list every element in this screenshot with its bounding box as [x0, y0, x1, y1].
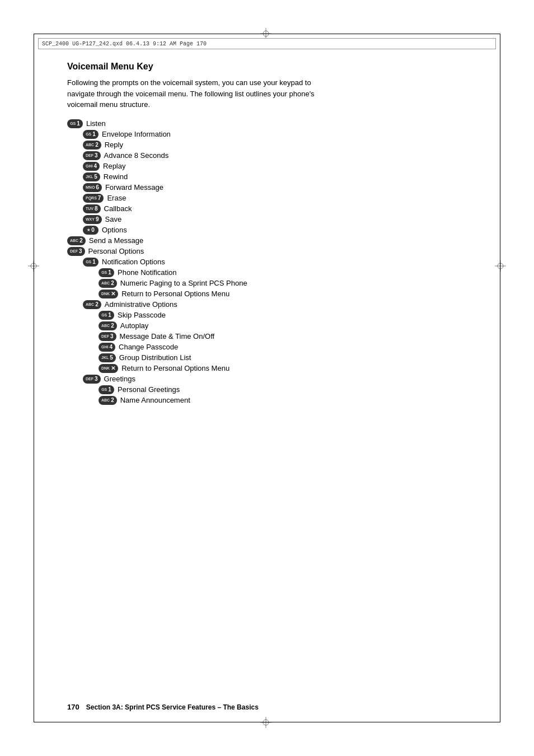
menu-item-label: Reply	[105, 141, 123, 149]
key-badge: GS1	[67, 119, 83, 128]
menu-item: DEF3Message Date & Time On/Off	[99, 332, 467, 341]
menu-item-label: Personal Greetings	[118, 385, 180, 394]
menu-item: DEF3Personal Options	[67, 247, 467, 256]
key-badge: GHI4	[83, 162, 100, 171]
menu-item: ABC2Send a Message	[67, 236, 467, 245]
menu-item-label: Advance 8 Seconds	[104, 151, 169, 160]
header-bar: SCP_2400 UG-P127_242.qxd 06.4.13 9:12 AM…	[38, 38, 496, 49]
menu-item-label: Autoplay	[120, 321, 149, 330]
menu-item-label: Greetings	[104, 375, 135, 383]
key-badge: ABC2	[99, 321, 117, 330]
footer-page: 170	[67, 703, 79, 711]
reg-mark-right	[495, 255, 506, 277]
menu-item: GHI4Replay	[83, 162, 467, 171]
menu-item-label: Rewind	[104, 172, 128, 181]
menu-item: PQRS7Erase	[83, 194, 467, 203]
key-badge: TUV8	[83, 204, 101, 213]
menu-item: ★0Options	[83, 226, 467, 235]
menu-item-label: Forward Message	[105, 183, 163, 192]
footer-section: Section 3A: Sprint PCS Service Features …	[86, 703, 259, 711]
key-badge: ★0	[83, 226, 99, 235]
menu-item: WXY9Save	[83, 215, 467, 224]
menu-item: DEF3Greetings	[83, 375, 467, 384]
menu-item: JKL5Group Distribution List	[99, 353, 467, 362]
menu-item: GS1Notification Options	[83, 258, 467, 267]
reg-mark-bottom	[255, 717, 277, 728]
menu-item-label: Personal Options	[88, 247, 144, 255]
menu-item-label: Numeric Paging to a Sprint PCS Phone	[120, 279, 247, 287]
page-border-left	[34, 34, 34, 722]
menu-item-label: Return to Personal Options Menu	[121, 290, 229, 298]
main-content: Voicemail Menu Key Following the prompts…	[67, 62, 467, 407]
key-badge: WXY9	[83, 215, 102, 224]
key-badge: MNO6	[83, 183, 102, 192]
key-badge: GS1	[99, 385, 114, 394]
menu-item: GS1Personal Greetings	[99, 385, 467, 394]
menu-item-label: Message Date & Time On/Off	[120, 332, 215, 340]
key-badge: GHI4	[99, 343, 115, 352]
menu-item-label: Options	[102, 226, 127, 234]
menu-item: ABC2Autoplay	[99, 321, 467, 330]
key-badge: ABC2	[67, 236, 86, 245]
key-badge: ABC2	[99, 396, 117, 405]
key-badge: JKL5	[99, 353, 116, 362]
key-badge: GS1	[99, 311, 114, 320]
menu-item: ABC2Name Announcement	[99, 396, 467, 405]
menu-item: DNK✕Return to Personal Options Menu	[99, 364, 467, 373]
menu-item: TUV8Callback	[83, 204, 467, 213]
menu-item: DEF3Advance 8 Seconds	[83, 151, 467, 160]
menu-item-label: Return to Personal Options Menu	[121, 364, 229, 372]
menu-item-label: Skip Passcode	[118, 311, 166, 319]
key-badge: DNK✕	[99, 364, 118, 373]
menu-item: GS1Phone Notification	[99, 268, 467, 277]
menu-item-label: Phone Notification	[118, 268, 177, 277]
menu-item-label: Name Announcement	[120, 396, 190, 404]
menu-item-label: Callback	[104, 204, 132, 213]
menu-item-label: Save	[105, 215, 122, 223]
menu-item-label: Group Distribution List	[119, 353, 191, 362]
menu-item: JKL5Rewind	[83, 172, 467, 181]
menu-item: GS1Envelope Information	[83, 130, 467, 139]
reg-mark-left	[28, 255, 39, 277]
menu-item-label: Notification Options	[102, 258, 165, 266]
menu-item: MNO6Forward Message	[83, 183, 467, 192]
footer: 170 Section 3A: Sprint PCS Service Featu…	[67, 703, 467, 711]
intro-text: Following the prompts on the voicemail s…	[67, 77, 336, 110]
menu-item-label: Envelope Information	[102, 130, 171, 138]
menu-item-label: Administrative Options	[105, 300, 177, 309]
key-badge: DEF3	[99, 332, 116, 341]
menu-container: GS1ListenGS1Envelope InformationABC2Repl…	[67, 119, 467, 405]
key-badge: ABC2	[99, 279, 117, 288]
key-badge: GS1	[83, 258, 99, 267]
menu-item: GS1Listen	[67, 119, 467, 128]
key-badge: ABC2	[83, 300, 101, 309]
key-badge: JKL5	[83, 172, 100, 181]
menu-item: ABC2Numeric Paging to a Sprint PCS Phone	[99, 279, 467, 288]
menu-item: GHI4Change Passcode	[99, 343, 467, 352]
key-badge: PQRS7	[83, 194, 104, 203]
menu-item: DNK✕Return to Personal Options Menu	[99, 290, 467, 298]
key-badge: DEF3	[83, 151, 101, 160]
key-badge: DNK✕	[99, 290, 118, 298]
menu-item: GS1Skip Passcode	[99, 311, 467, 320]
key-badge: DEF3	[67, 247, 85, 256]
key-badge: GS1	[99, 268, 114, 277]
reg-mark-top	[255, 28, 277, 39]
menu-item: ABC2Reply	[83, 141, 467, 150]
menu-item-label: Send a Message	[89, 236, 144, 245]
key-badge: DEF3	[83, 375, 101, 384]
key-badge: ABC2	[83, 141, 101, 150]
menu-item: ABC2Administrative Options	[83, 300, 467, 309]
header-text: SCP_2400 UG-P127_242.qxd 06.4.13 9:12 AM…	[42, 41, 207, 47]
menu-item-label: Erase	[107, 194, 126, 202]
menu-item-label: Replay	[103, 162, 125, 170]
menu-item-label: Change Passcode	[119, 343, 178, 351]
menu-item-label: Listen	[86, 119, 106, 128]
page-border-right	[500, 34, 500, 722]
key-badge: GS1	[83, 130, 99, 139]
section-title: Voicemail Menu Key	[67, 62, 467, 72]
